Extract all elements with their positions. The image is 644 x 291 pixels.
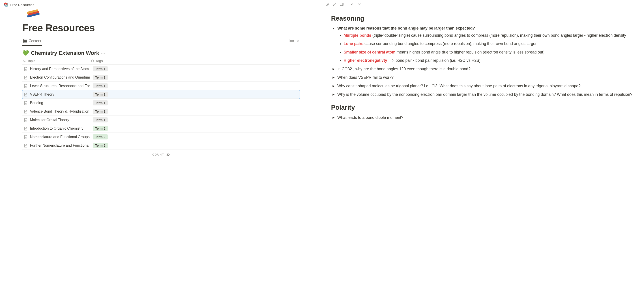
peek-toolbar — [322, 0, 644, 8]
triangle-down-icon: ▼ — [331, 25, 336, 31]
triangle-right-icon: ▶ — [331, 91, 336, 97]
cell-tags: Term 1 — [91, 66, 108, 72]
column-topic-label: Topic — [27, 59, 35, 63]
tab-content[interactable]: Content — [22, 38, 42, 46]
toggle-p1-head[interactable]: ▶ What leads to a bond dipole moment? — [331, 114, 635, 121]
svg-line-30 — [333, 4, 334, 6]
toggle-q1-head[interactable]: ▼ What are some reasons that the bond an… — [331, 25, 635, 31]
page-icon — [24, 67, 28, 71]
page-icon — [24, 144, 28, 148]
table-row[interactable]: Introduction to Organic ChemistryTerm 2 — [22, 124, 300, 133]
next-record-icon[interactable] — [358, 2, 362, 6]
keyword: Multiple bonds — [344, 33, 371, 38]
table-row[interactable]: Lewis Structures, Resonance and ForTerm … — [22, 82, 300, 90]
bullet-item: Higher electronegativty —> bond pair - b… — [344, 58, 635, 64]
tag-pill: Term 2 — [93, 143, 108, 148]
toggle-q5: ▶ Why is the volume occupied by the nonb… — [331, 91, 635, 98]
table-rows: History and Perspectives of the AtomTerm… — [22, 65, 300, 150]
keyword: Smaller size of central atom — [344, 50, 396, 54]
view-tabs: Content Filter S — [22, 38, 300, 46]
table-row[interactable]: History and Perspectives of the AtomTerm… — [22, 65, 300, 73]
multiselect-property-icon — [91, 59, 94, 63]
detail-content: Reasoning ▼ What are some reasons that t… — [322, 8, 644, 290]
table-icon — [23, 39, 27, 43]
q1-bullet-list: Multiple bonds (triple<double<single) ca… — [338, 32, 635, 64]
page-icon — [24, 76, 28, 80]
cell-tags: Term 2 — [91, 134, 108, 140]
filter-button[interactable]: Filter — [286, 39, 294, 42]
close-peek-icon[interactable] — [325, 2, 330, 6]
heading-reasoning: Reasoning — [331, 15, 635, 22]
toggle-q4-head[interactable]: ▶ Why can't t-shaped molecules be trigon… — [331, 83, 635, 89]
expand-icon[interactable] — [332, 2, 336, 6]
toggle-q1: ▼ What are some reasons that the bond an… — [331, 25, 635, 64]
sort-button[interactable]: S — [297, 39, 300, 42]
page-icon — [24, 101, 28, 105]
tag-pill: Term 1 — [93, 92, 108, 97]
row-title: History and Perspectives of the Atom — [30, 67, 89, 71]
toggle-q3-text: When does VSEPR fail to work? — [338, 74, 394, 80]
cell-topic: Nomenclature and Functional Groups — [22, 135, 91, 139]
svg-text:Aa: Aa — [22, 60, 26, 63]
toggle-q5-head[interactable]: ▶ Why is the volume occupied by the nonb… — [331, 91, 635, 98]
row-title: Lewis Structures, Resonance and For — [30, 84, 90, 88]
cell-topic: Molecular Orbital Theory — [22, 118, 91, 122]
cell-tags: Term 2 — [91, 126, 108, 131]
triangle-right-icon: ▶ — [331, 83, 336, 88]
row-title: Further Nomenclature and Functional — [30, 144, 89, 148]
peek-mode-icon[interactable] — [340, 2, 344, 6]
table-row[interactable]: Electron Configurations and QuantumTerm … — [22, 73, 300, 82]
cell-tags: Term 1 — [91, 100, 108, 106]
tag-pill: Term 1 — [93, 109, 108, 114]
page-title: Free Resources — [22, 22, 300, 34]
page-icon — [24, 135, 28, 139]
page-icon — [24, 110, 28, 114]
toolbar-divider — [347, 2, 347, 6]
cell-topic: Introduction to Organic Chemistry — [22, 126, 91, 130]
table-row[interactable]: Molecular Orbital TheoryTerm 1 — [22, 116, 300, 124]
group-menu-icon[interactable]: ⋯ — [101, 50, 106, 56]
tag-pill: Term 1 — [93, 75, 108, 80]
page-icon — [24, 84, 28, 88]
right-pane: Reasoning ▼ What are some reasons that t… — [322, 0, 644, 291]
breadcrumb-title: Free Resources — [10, 3, 34, 7]
svg-line-29 — [334, 3, 336, 4]
column-tags[interactable]: Tags — [91, 59, 103, 63]
cell-topic: Further Nomenclature and Functional — [22, 144, 91, 148]
toggle-q3-head[interactable]: ▶ When does VSEPR fail to work? — [331, 74, 635, 80]
table-row[interactable]: Valence Bond Theory & HybridisationTerm … — [22, 107, 300, 116]
row-title: Bonding — [30, 101, 43, 105]
title-property-icon: Aa — [22, 59, 26, 63]
cell-topic: History and Perspectives of the Atom — [22, 67, 91, 71]
breadcrumb[interactable]: 📚 Free Resources — [0, 0, 322, 10]
table-row[interactable]: Further Nomenclature and FunctionalTerm … — [22, 141, 300, 150]
table-row[interactable]: VSEPR TheoryTerm 1 — [22, 90, 300, 99]
bullet-item: Lone pairs cause surrounding bond angles… — [344, 41, 635, 47]
row-title: Molecular Orbital Theory — [30, 118, 69, 122]
cell-topic: Bonding — [22, 101, 91, 105]
svg-rect-32 — [342, 3, 343, 6]
toggle-q4: ▶ Why can't t-shaped molecules be trigon… — [331, 83, 635, 89]
tag-pill: Term 1 — [93, 117, 108, 122]
toggle-q2: ▶ In CO32-, why are the bond angles 120 … — [331, 66, 635, 72]
cell-topic: Valence Bond Theory & Hybridisation — [22, 110, 91, 114]
tag-pill: Term 1 — [93, 66, 108, 72]
keyword: Higher electronegativty — [344, 58, 388, 63]
page-hero-icon — [25, 10, 42, 18]
table-row[interactable]: BondingTerm 1 — [22, 99, 300, 107]
group-header[interactable]: 💚 Chemistry Extension Work ⋯ — [22, 50, 300, 56]
tag-pill: Term 1 — [93, 83, 108, 88]
table-row[interactable]: Nomenclature and Functional GroupsTerm 2 — [22, 133, 300, 141]
toggle-q2-head[interactable]: ▶ In CO32-, why are the bond angles 120 … — [331, 66, 635, 72]
cell-topic: VSEPR Theory — [22, 92, 91, 96]
column-topic[interactable]: Aa Topic — [22, 59, 91, 63]
toggle-q3: ▶ When does VSEPR fail to work? — [331, 74, 635, 80]
toggle-p1-text: What leads to a bond dipole moment? — [338, 114, 404, 121]
count-value: 30 — [166, 153, 170, 156]
tag-pill: Term 2 — [93, 134, 108, 140]
cell-tags: Term 1 — [91, 83, 108, 88]
row-title: Valence Bond Theory & Hybridisation — [30, 110, 89, 114]
count-label: COUNT — [152, 153, 164, 156]
prev-record-icon[interactable] — [350, 2, 354, 6]
triangle-right-icon: ▶ — [331, 66, 336, 71]
